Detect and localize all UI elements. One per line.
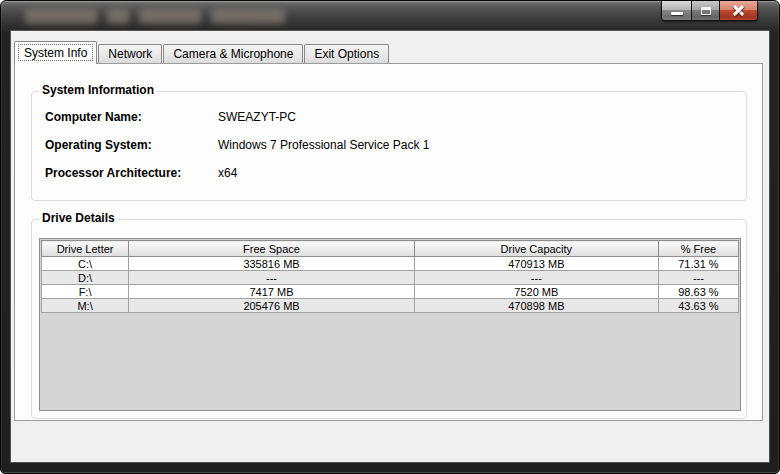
cell-drive-capacity[interactable]: --- [414, 271, 658, 285]
field-computer-name: Computer Name: SWEAZYT-PC [45, 110, 738, 124]
caption-buttons [661, 1, 758, 21]
table-row-drive-m[interactable]: M:\ 205476 MB 470898 MB 43.63 % [42, 299, 739, 313]
tab-network[interactable]: Network [98, 44, 162, 63]
system-information-group: System Information Computer Name: SWEAZY… [31, 91, 747, 201]
column-header-free-space[interactable]: Free Space [129, 241, 415, 257]
cell-drive-capacity[interactable]: 7520 MB [414, 285, 658, 299]
field-operating-system: Operating System: Windows 7 Professional… [45, 138, 738, 152]
cell-drive-capacity[interactable]: 470898 MB [414, 299, 658, 313]
field-label: Computer Name: [45, 110, 218, 124]
cell-drive-letter[interactable]: F:\ [42, 285, 129, 299]
cell-free-space[interactable]: 7417 MB [129, 285, 415, 299]
cell-free-space[interactable]: 335816 MB [129, 257, 415, 271]
title-smudge [139, 9, 201, 24]
tab-camera-microphone[interactable]: Camera & Microphone [163, 44, 303, 63]
tab-strip: System Info Network Camera & Microphone … [14, 41, 390, 63]
field-value: SWEAZYT-PC [218, 110, 296, 124]
window-title-redacted [25, 9, 285, 24]
cell-percent-free[interactable]: 71.31 % [658, 257, 738, 271]
close-icon [732, 5, 745, 16]
cell-drive-capacity[interactable]: 470913 MB [414, 257, 658, 271]
tab-system-info[interactable]: System Info [14, 41, 97, 64]
drive-table-container: Drive Letter Free Space Drive Capacity %… [39, 238, 741, 411]
title-smudge [107, 9, 129, 24]
title-smudge [211, 9, 285, 24]
minimize-icon [671, 12, 683, 15]
cell-free-space[interactable]: 205476 MB [129, 299, 415, 313]
table-row-drive-d[interactable]: D:\ --- --- --- [42, 271, 739, 285]
close-button[interactable] [719, 1, 757, 20]
table-row-drive-c[interactable]: C:\ 335816 MB 470913 MB 71.31 % [42, 257, 739, 271]
client-area: System Info Network Camera & Microphone … [11, 31, 769, 462]
maximize-icon [701, 7, 711, 15]
maximize-button[interactable] [691, 1, 719, 20]
cell-drive-letter[interactable]: D:\ [42, 271, 129, 285]
column-header-percent-free[interactable]: % Free [658, 241, 738, 257]
group-title-drive-details: Drive Details [39, 211, 118, 226]
tab-page-system-info: System Information Computer Name: SWEAZY… [14, 63, 763, 421]
cell-drive-letter[interactable]: C:\ [42, 257, 129, 271]
field-label: Processor Architecture: [45, 166, 218, 180]
drive-details-group: Drive Details Drive Letter Free Space Dr… [31, 219, 747, 419]
cell-percent-free[interactable]: --- [658, 271, 738, 285]
tab-exit-options[interactable]: Exit Options [304, 44, 389, 63]
group-title-system-information: System Information [39, 83, 157, 98]
cell-free-space[interactable]: --- [129, 271, 415, 285]
field-value: x64 [218, 166, 237, 180]
table-header-row: Drive Letter Free Space Drive Capacity %… [42, 241, 739, 257]
cell-percent-free[interactable]: 43.63 % [658, 299, 738, 313]
app-window: System Info Network Camera & Microphone … [0, 0, 780, 474]
title-smudge [25, 9, 97, 24]
field-processor-architecture: Processor Architecture: x64 [45, 166, 738, 180]
table-row-drive-f[interactable]: F:\ 7417 MB 7520 MB 98.63 % [42, 285, 739, 299]
column-header-drive-capacity[interactable]: Drive Capacity [414, 241, 658, 257]
cell-percent-free[interactable]: 98.63 % [658, 285, 738, 299]
cell-drive-letter[interactable]: M:\ [42, 299, 129, 313]
field-value: Windows 7 Professional Service Pack 1 [218, 138, 429, 152]
field-label: Operating System: [45, 138, 218, 152]
drive-table: Drive Letter Free Space Drive Capacity %… [41, 240, 739, 313]
minimize-button[interactable] [662, 1, 691, 20]
column-header-drive-letter[interactable]: Drive Letter [42, 241, 129, 257]
